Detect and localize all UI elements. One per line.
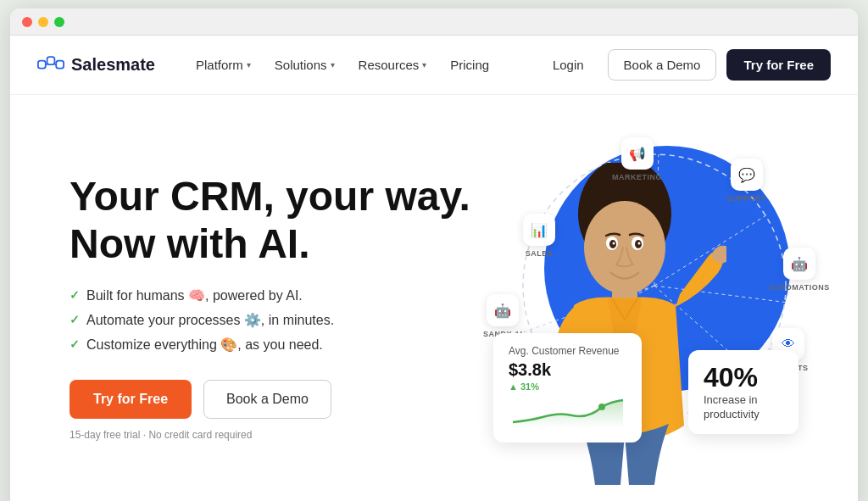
hero-note: 15-day free trial · No credit card requi… <box>70 429 476 441</box>
hero-right: 📢 MARKETING 💬 SUPPORT 🤖 AUTOMATIONS 👁 IN… <box>476 129 807 485</box>
svg-rect-1 <box>47 57 55 64</box>
node-sandy-ai: 🤖 SANDY AI <box>483 294 523 338</box>
svg-rect-0 <box>38 60 46 68</box>
nav-items: Platform ▾ Solutions ▾ Resources ▾ Prici… <box>186 51 539 79</box>
nav-right: Login Book a Demo Try for Free <box>539 49 831 81</box>
chevron-down-icon: ▾ <box>331 60 335 70</box>
automations-icon: 🤖 <box>783 248 815 280</box>
hero-try-free-button[interactable]: Try for Free <box>70 380 192 419</box>
check-icon: ✓ <box>70 288 80 302</box>
svg-point-21 <box>638 242 641 245</box>
titlebar <box>10 8 858 36</box>
hero-left: Your CRM, your way. Now with AI. ✓ Built… <box>70 173 476 440</box>
sales-icon: 📊 <box>523 214 555 246</box>
close-dot[interactable] <box>22 17 32 27</box>
book-demo-button[interactable]: Book a Demo <box>608 49 717 81</box>
svg-point-13 <box>584 201 665 294</box>
maximize-dot[interactable] <box>54 17 64 27</box>
app-window: Salesmate Platform ▾ Solutions ▾ Resourc… <box>10 8 858 501</box>
hero-title: Your CRM, your way. Now with AI. <box>70 173 476 266</box>
nav-item-pricing[interactable]: Pricing <box>440 51 499 79</box>
hero-cta: Try for Free Book a Demo <box>70 380 476 419</box>
svg-rect-2 <box>56 60 64 68</box>
node-marketing: 📢 MARKETING <box>612 137 662 181</box>
hero-section: Your CRM, your way. Now with AI. ✓ Built… <box>10 95 858 501</box>
card-revenue-value: $3.8k <box>509 360 626 380</box>
try-free-button[interactable]: Try for Free <box>726 49 831 81</box>
card-productivity-label: Increase in productivity <box>704 393 783 422</box>
navbar: Salesmate Platform ▾ Solutions ▾ Resourc… <box>10 36 858 95</box>
feature-item: ✓ Customize everything 🎨, as you need. <box>70 337 476 353</box>
card-productivity: 40% Increase in productivity <box>688 350 798 434</box>
check-icon: ✓ <box>70 313 80 326</box>
chevron-down-icon: ▾ <box>422 60 426 70</box>
feature-item: ✓ Built for humans 🧠, powered by AI. <box>70 287 476 303</box>
card-revenue-badge: ▲ 31% <box>509 381 626 392</box>
node-support: 💬 SUPPORT <box>726 159 766 203</box>
node-automations: 🤖 AUTOMATIONS <box>769 248 830 292</box>
hero-book-demo-button[interactable]: Book a Demo <box>203 380 331 419</box>
card-revenue-title: Avg. Customer Revenue <box>509 345 626 357</box>
node-sales: 📊 SALES <box>523 214 555 258</box>
hero-features: ✓ Built for humans 🧠, powered by AI. ✓ A… <box>70 287 476 353</box>
marketing-icon: 📢 <box>621 137 654 170</box>
nav-item-resources[interactable]: Resources ▾ <box>348 51 437 79</box>
login-button[interactable]: Login <box>539 51 598 79</box>
nav-item-platform[interactable]: Platform ▾ <box>186 51 261 79</box>
chevron-down-icon: ▾ <box>247 60 251 70</box>
svg-point-22 <box>598 404 605 410</box>
svg-point-20 <box>613 242 615 245</box>
support-icon: 💬 <box>731 159 763 191</box>
minimize-dot[interactable] <box>38 17 48 27</box>
sandy-ai-icon: 🤖 <box>487 294 519 326</box>
card-revenue: Avg. Customer Revenue $3.8k ▲ 31% <box>493 333 642 443</box>
card-productivity-percent: 40% <box>704 362 783 393</box>
mini-chart <box>509 397 626 431</box>
logo[interactable]: Salesmate <box>37 55 155 75</box>
feature-item: ✓ Automate your processes ⚙️, in minutes… <box>70 312 476 328</box>
check-icon: ✓ <box>70 337 80 351</box>
logo-text: Salesmate <box>71 55 155 75</box>
nav-item-solutions[interactable]: Solutions ▾ <box>264 51 345 79</box>
